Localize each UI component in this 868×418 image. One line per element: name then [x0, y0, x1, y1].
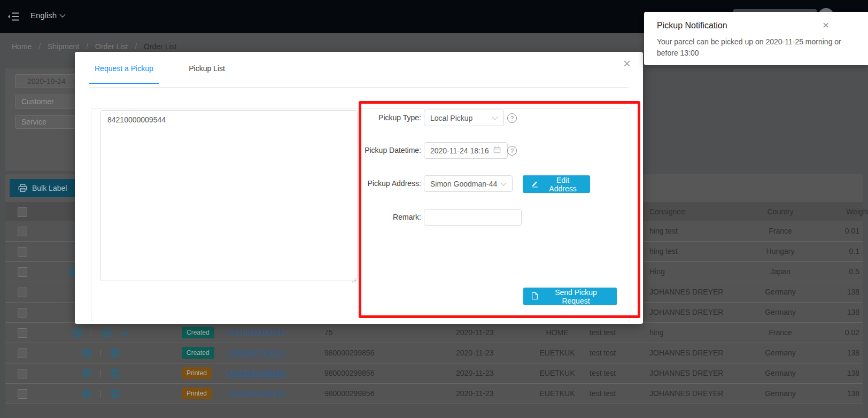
pickup-datetime-help-icon[interactable]: ?	[507, 146, 517, 156]
weight-cell: 138	[775, 363, 859, 383]
status-badge: Created	[182, 327, 214, 338]
printer-icon[interactable]	[82, 349, 91, 358]
language-switcher[interactable]: English	[30, 11, 65, 20]
pickup-address-select[interactable]: Simon Goodman-44 (...	[424, 175, 513, 192]
order-number-link[interactable]: 84210000009542	[227, 328, 285, 337]
menu-fold-icon[interactable]	[7, 12, 19, 21]
tracking-number-cell: 980000299856	[324, 343, 374, 363]
weight-cell: 0.1	[775, 242, 859, 261]
textarea-resize-handle[interactable]	[352, 275, 356, 280]
breadcrumb-separator: /	[135, 42, 137, 51]
chevron-down-icon	[500, 180, 506, 185]
pickup-type-label: Pickup Type:	[325, 110, 421, 126]
modal-tabs: Request a Pickup Pickup List	[89, 52, 629, 88]
calendar-icon	[493, 146, 501, 155]
breadcrumb-order-list[interactable]: Order List	[95, 42, 128, 51]
status-badge: Created	[182, 347, 214, 359]
printer-icon[interactable]	[110, 369, 120, 378]
return-icon[interactable]	[120, 328, 130, 337]
consignee-cell: hing test	[649, 242, 678, 261]
printer-icon[interactable]	[110, 349, 120, 358]
order-list-page: English Home / Shipment / Order List / O…	[0, 0, 868, 418]
edit-pen-icon	[531, 180, 539, 189]
row-checkbox[interactable]	[18, 389, 27, 399]
breadcrumb-home[interactable]: Home	[12, 42, 32, 51]
consignee-cell: JOHANNES DREYER	[649, 384, 723, 404]
document-icon	[531, 292, 538, 301]
pickup-form-container: 84210000009544 Pickup Type: Local Pickup…	[91, 108, 630, 321]
pickup-modal: × Request a Pickup Pickup List 842100000…	[75, 52, 643, 324]
printer-icon[interactable]	[82, 369, 91, 378]
pickup-type-select[interactable]: Local Pickup	[424, 110, 504, 126]
service-cell: HOME	[524, 323, 591, 343]
icon-divider	[100, 370, 100, 377]
header-consignee: Consignee	[649, 202, 685, 221]
order-number-link[interactable]: 15505991656532	[227, 389, 285, 398]
order-number-link[interactable]: 15505991696086	[227, 369, 285, 377]
language-label: English	[30, 11, 57, 20]
table-row-partial	[5, 404, 863, 418]
date-cell: 2020-11-23	[456, 363, 494, 383]
notification-title: Pickup Notification	[657, 21, 727, 30]
bulk-label-button[interactable]: Bulk Label	[10, 179, 75, 197]
table-row: Created 84210000009542 75 2020-11-23 HOM…	[5, 323, 863, 343]
date-start-value: 2020-10-24	[27, 77, 66, 86]
table-row: Created 15505991705914 980000299856 2020…	[5, 343, 863, 363]
tab-pickup-list[interactable]: Pickup List	[183, 52, 230, 83]
breadcrumb-separator: /	[38, 42, 41, 51]
consignee-cell: JOHANNES DREYER	[649, 343, 723, 363]
bulk-label-text: Bulk Label	[32, 184, 67, 192]
printer-icon[interactable]	[102, 328, 111, 337]
weight-cell: 138	[775, 303, 859, 322]
row-checkbox[interactable]	[18, 267, 27, 277]
date-cell: 2020-11-23	[456, 343, 494, 363]
row-checkbox[interactable]	[18, 247, 27, 257]
printer-icon[interactable]	[82, 389, 91, 398]
pickup-datetime-input[interactable]: 2020-11-24 18:16	[424, 142, 508, 159]
printer-icon	[18, 184, 27, 192]
tracking-number-cell: 75	[324, 323, 333, 343]
row-checkbox[interactable]	[18, 288, 27, 297]
order-numbers-textarea[interactable]: 84210000009544	[100, 110, 358, 281]
weight-cell: 138	[775, 384, 859, 404]
row-checkbox[interactable]	[18, 328, 27, 338]
notification-body: Your parcel can be picked up on 2020-11-…	[657, 36, 845, 59]
tracking-number-cell: 980000299856	[324, 384, 374, 404]
consignee-cell: Hing	[649, 262, 665, 282]
row-checkbox[interactable]	[18, 349, 27, 358]
status-badge: Printed	[182, 388, 212, 399]
service-cell: EUETKUK	[524, 343, 591, 363]
pickup-address-label: Pickup Address:	[325, 175, 421, 192]
weight-cell: 0.01	[775, 221, 859, 241]
chevron-down-icon	[492, 114, 498, 120]
pickup-type-help-icon[interactable]: ?	[507, 113, 517, 123]
date-cell: 2020-11-23	[456, 323, 494, 343]
edit-address-button[interactable]: Edit Address	[523, 175, 590, 193]
customer-cell: test test	[590, 363, 616, 383]
customer-cell: test test	[590, 384, 616, 404]
tab-request-a-pickup[interactable]: Request a Pickup	[89, 52, 159, 84]
chevron-down-icon	[60, 11, 66, 17]
printer-icon[interactable]	[110, 389, 120, 398]
remark-input[interactable]	[424, 209, 522, 226]
status-badge: Printed	[182, 367, 212, 379]
printer-icon[interactable]	[73, 328, 82, 337]
notification-close-icon[interactable]: ×	[823, 19, 829, 30]
breadcrumb-current: Order List	[144, 42, 176, 51]
send-pickup-request-button[interactable]: Send Pickup Request	[523, 288, 617, 305]
order-number-link[interactable]: 15505991705914	[227, 349, 285, 357]
row-checkbox[interactable]	[18, 369, 27, 378]
breadcrumb-separator: /	[86, 42, 88, 51]
row-checkbox[interactable]	[18, 227, 27, 236]
consignee-cell: JOHANNES DREYER	[649, 303, 723, 322]
weight-cell: 0.5	[775, 262, 859, 282]
tracking-number-cell: 980000299856	[324, 363, 374, 383]
consignee-cell: JOHANNES DREYER	[649, 282, 723, 302]
select-all-checkbox[interactable]	[18, 207, 27, 217]
consignee-cell: hing	[649, 323, 663, 343]
breadcrumb-shipment[interactable]: Shipment	[48, 42, 79, 51]
row-checkbox[interactable]	[18, 308, 27, 318]
service-cell: EUETKUK	[524, 363, 591, 383]
header-weight: Weight	[846, 202, 868, 221]
icon-divider	[90, 329, 90, 337]
